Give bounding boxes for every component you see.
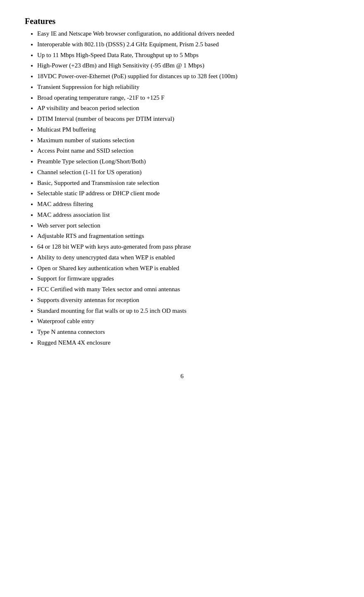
list-item: Transient Suppression for high reliabili… xyxy=(37,82,339,92)
list-item: Supports diversity antennas for receptio… xyxy=(37,295,339,305)
list-item: DTIM Interval (number of beacons per DTI… xyxy=(37,114,339,124)
list-item: Selectable static IP address or DHCP cli… xyxy=(37,188,339,199)
list-item: Rugged NEMA 4X enclosure xyxy=(37,338,339,348)
list-item: 64 or 128 bit WEP with keys auto‑generat… xyxy=(37,242,339,252)
page-number: 6 xyxy=(25,373,339,380)
list-item: Open or Shared key authentication when W… xyxy=(37,263,339,273)
list-item: High‑Power (+23 dBm) and High Sensitivit… xyxy=(37,60,339,71)
list-item: Access Point name and SSID selection xyxy=(37,146,339,156)
list-item: MAC address association list xyxy=(37,210,339,220)
feature-list: Easy IE and Netscape Web browser configu… xyxy=(37,29,339,348)
list-item: Basic, Supported and Transmission rate s… xyxy=(37,178,339,188)
list-item: Type N antenna connectors xyxy=(37,327,339,337)
list-item: Adjustable RTS and fragmentation setting… xyxy=(37,231,339,241)
list-item: Waterproof cable entry xyxy=(37,316,339,326)
list-item: Standard mounting for flat walls or up t… xyxy=(37,306,339,316)
list-item: Support for firmware upgrades xyxy=(37,273,339,284)
list-item: Preamble Type selection (Long/Short/Both… xyxy=(37,156,339,167)
list-item: Channel selection (1-11 for US operation… xyxy=(37,167,339,177)
page-content: Features Easy IE and Netscape Web browse… xyxy=(25,17,339,380)
list-item: Web server port selection xyxy=(37,221,339,231)
list-item: Maximum number of stations selection xyxy=(37,135,339,146)
list-item: Multicast PM buffering xyxy=(37,125,339,135)
list-item: AP visibility and beacon period selectio… xyxy=(37,103,339,113)
page-title: Features xyxy=(25,17,339,26)
list-item: Up to 11 Mbps High‑Speed Data Rate, Thro… xyxy=(37,50,339,60)
list-item: MAC address filtering xyxy=(37,199,339,209)
list-item: FCC Certified with many Telex sector and… xyxy=(37,284,339,295)
list-item: Broad operating temperature range, -21F … xyxy=(37,93,339,103)
list-item: Ability to deny unencrypted data when WE… xyxy=(37,252,339,263)
list-item: Easy IE and Netscape Web browser configu… xyxy=(37,29,339,39)
list-item: Interoperable with 802.11b (DSSS) 2.4 GH… xyxy=(37,39,339,50)
list-item: 18VDC Power‑over‑Ethernet (PoE) supplied… xyxy=(37,71,339,82)
